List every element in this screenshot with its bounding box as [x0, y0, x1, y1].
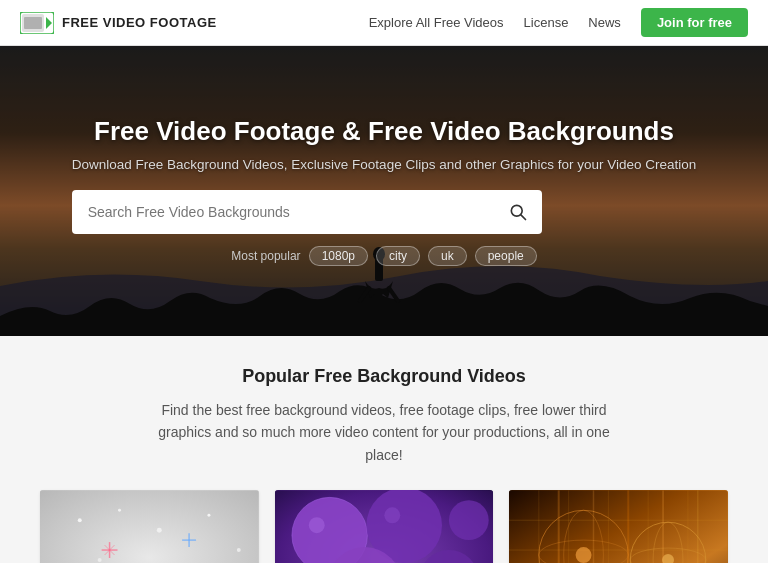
nav-explore[interactable]: Explore All Free Videos — [369, 15, 504, 30]
svg-point-12 — [78, 518, 82, 522]
search-button[interactable] — [494, 190, 542, 234]
svg-point-40 — [449, 501, 489, 541]
svg-point-58 — [576, 547, 592, 563]
svg-point-13 — [118, 509, 121, 512]
main-content: Popular Free Background Videos Find the … — [0, 336, 768, 563]
tag-uk[interactable]: uk — [428, 246, 467, 266]
hero-section: Free Video Footage & Free Video Backgrou… — [0, 46, 768, 336]
join-button[interactable]: Join for free — [641, 8, 748, 37]
tag-city[interactable]: city — [376, 246, 420, 266]
hero-subtitle: Download Free Background Videos, Exclusi… — [72, 157, 697, 172]
main-nav: Explore All Free Videos License News Joi… — [369, 8, 748, 37]
video-thumb-2 — [275, 490, 494, 563]
video-card-3[interactable]: Globe Themed Background with Rotating Ea… — [509, 490, 728, 563]
tag-1080p[interactable]: 1080p — [309, 246, 368, 266]
svg-point-18 — [237, 548, 241, 552]
nav-news[interactable]: News — [588, 15, 621, 30]
search-icon — [508, 202, 528, 222]
video-thumb-1 — [40, 490, 259, 563]
hero-title: Free Video Footage & Free Video Backgrou… — [72, 116, 697, 147]
tag-people[interactable]: people — [475, 246, 537, 266]
svg-point-14 — [157, 528, 162, 533]
video-grid: Special Effects Video with Multicolour S… — [40, 490, 728, 563]
video-card-1[interactable]: Special Effects Video with Multicolour S… — [40, 490, 259, 563]
svg-point-35 — [384, 507, 400, 523]
svg-rect-3 — [24, 17, 42, 29]
nav-license[interactable]: License — [524, 15, 569, 30]
hero-silhouette — [0, 226, 768, 336]
hero-content: Free Video Footage & Free Video Backgrou… — [32, 116, 737, 234]
search-input[interactable] — [72, 204, 494, 220]
section-desc: Find the best free background videos, fr… — [144, 399, 624, 466]
svg-rect-11 — [40, 491, 259, 563]
tags-label: Most popular — [231, 249, 300, 263]
video-thumb-3 — [509, 490, 728, 563]
svg-point-16 — [98, 558, 102, 562]
svg-point-15 — [207, 514, 210, 517]
logo-icon — [20, 12, 54, 34]
logo-text: FREE VIDEO FOOTAGE — [62, 15, 217, 30]
search-bar — [72, 190, 542, 234]
video-card-2[interactable]: Abstract Geometric Background with Glitt… — [275, 490, 494, 563]
svg-point-33 — [308, 517, 324, 533]
section-title: Popular Free Background Videos — [40, 366, 728, 387]
svg-line-9 — [521, 215, 526, 220]
hero-tags: Most popular 1080p city uk people — [231, 246, 536, 266]
logo[interactable]: FREE VIDEO FOOTAGE — [20, 12, 217, 34]
